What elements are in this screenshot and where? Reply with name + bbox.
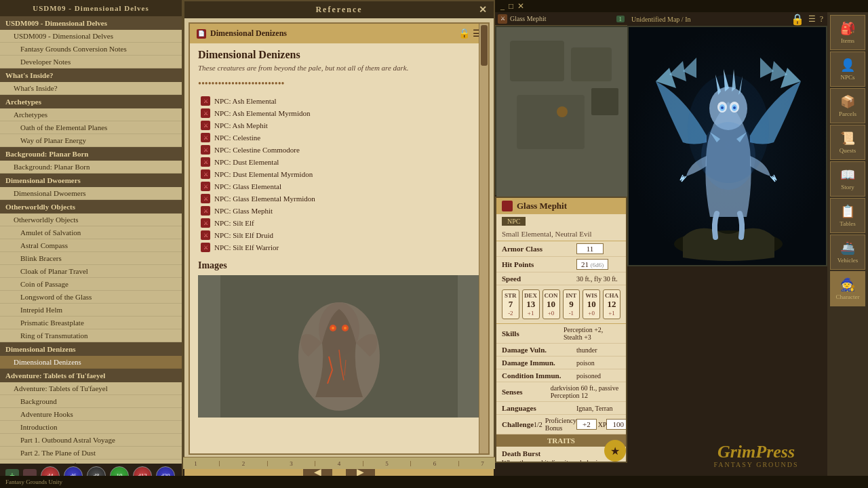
ref-scrollbar[interactable] <box>479 24 488 453</box>
tree-item[interactable]: Cloak of Planar Travel <box>0 265 182 278</box>
senses-label: Senses <box>502 388 551 396</box>
tables-label: Tables <box>840 220 855 227</box>
sidebar-vehicles-button[interactable]: 🚢 Vehicles <box>830 235 865 270</box>
npc-corner-button[interactable]: ★ <box>604 440 626 462</box>
ref-dots: •••••••••••••••••••••••••• <box>198 79 480 89</box>
tree-item[interactable]: USDM009 - Dimensional Delves <box>0 30 182 43</box>
tree-item[interactable]: Otherworldly Objects <box>0 214 182 226</box>
sidebar-npcs-button[interactable]: 👤 NPCs <box>830 52 865 87</box>
tree-section-header[interactable]: Archetypes <box>0 95 182 108</box>
tree-item[interactable]: Fantasy Grounds Conversion Notes <box>0 43 182 56</box>
tree-item[interactable]: Background: Planar Born <box>0 161 182 174</box>
sidebar-character-button[interactable]: 🧙 Character <box>830 271 865 306</box>
sidebar-items-button[interactable]: 🎒 Items <box>830 15 865 50</box>
tree-item[interactable]: Part 1. Outbound Astral Voyage <box>0 434 182 447</box>
npc-race: Small Elemental, Neutral Evil <box>496 228 626 241</box>
tree-item[interactable]: Amulet of Salvation <box>0 226 182 239</box>
armor-class-value: 11 <box>576 243 604 254</box>
challenge-label: Challenge <box>502 420 534 428</box>
vehicles-label: Vehicles <box>837 257 859 264</box>
npc-item-celestine[interactable]: ⚔ NPC: Celestine <box>198 131 480 144</box>
tree-section-header[interactable]: Dimensional Denizens <box>0 342 182 356</box>
tree-section-header[interactable]: Dimensional Dwoemers <box>0 174 182 187</box>
npc-item-dust-elemental-myrmidon[interactable]: ⚔ NPC: Dust Elemental Myrmidon <box>198 168 480 180</box>
sidebar-parcels-button[interactable]: 📦 Parcels <box>830 88 865 123</box>
tree-item[interactable]: Astral Compass <box>0 239 182 252</box>
tree-item[interactable]: Longsword of the Glass <box>0 291 182 304</box>
npc-item-glass-mephit[interactable]: ⚔ NPC: Glass Mephit <box>198 205 480 217</box>
tree-section-header[interactable]: USDM009 - Dimensional Delves <box>0 16 182 30</box>
tree-item[interactable]: Coin of Passage <box>0 278 182 291</box>
topbar-btn-close[interactable]: ✕ <box>517 1 524 12</box>
map-lock-icon[interactable]: 🔒 <box>791 13 804 26</box>
tree-item[interactable]: Part 2. The Plane of Dust <box>0 447 182 460</box>
npc-item-silt-elf[interactable]: ⚔ NPC: Silt Elf <box>198 217 480 229</box>
npc-item-ash-mephit[interactable]: ⚔ NPC: Ash Mephit <box>198 119 480 131</box>
challenge-value: 1/2 <box>534 421 542 428</box>
ref-title-text: Reference <box>315 5 362 15</box>
svg-rect-9 <box>571 47 612 81</box>
npc-item-silt-elf-druid[interactable]: ⚔ NPC: Silt Elf Druid <box>198 229 480 241</box>
map-menu-icon[interactable]: ☰ <box>808 14 816 24</box>
npc-item-ash-elemental-myrmidon[interactable]: ⚔ NPC: Ash Elemental Myrmidon <box>198 107 480 119</box>
scroll-ruler: 1 2 3 4 5 6 7 <box>183 457 495 469</box>
tree-item[interactable]: Adventure: Tablets of Tu'faeyel <box>0 382 182 395</box>
sidebar-tables-button[interactable]: 📋 Tables <box>830 198 865 233</box>
npc-item-icon: ⚔ <box>201 145 210 155</box>
speed-row: Speed 30 ft., fly 30 ft. <box>496 272 626 285</box>
damage-imm-label: Damage Immun. <box>502 359 576 367</box>
ref-doc-subtitle: These creatures are from beyond the pale… <box>198 64 480 72</box>
ref-close-button[interactable]: ✕ <box>479 4 488 16</box>
npc-stat-block: Glass Mephit NPC Small Elemental, Neutra… <box>495 197 627 463</box>
tree-item[interactable]: Background <box>0 395 182 408</box>
tree-item[interactable]: Archetypes <box>0 108 182 121</box>
tree-item[interactable]: Intrepid Helm <box>0 304 182 317</box>
tree-item[interactable]: Ring of Transmutation <box>0 329 182 342</box>
tree-item[interactable]: Adventure Hooks <box>0 408 182 421</box>
tree-item[interactable]: Dimensional Denizens <box>0 356 182 369</box>
ref-scroll-thumb[interactable] <box>481 25 488 66</box>
map-help-icon[interactable]: ? <box>820 14 823 24</box>
npc-item-celestine-commodore[interactable]: ⚔ NPC: Celestine Commodore <box>198 144 480 156</box>
ref-lock-icon[interactable]: 🔒 <box>458 28 470 39</box>
npc-item-glass-elemental[interactable]: ⚔ NPC: Glass Elemental <box>198 180 480 192</box>
npc-item-silt-elf-warrior[interactable]: ⚔ NPC: Silt Elf Warrior <box>198 241 480 253</box>
xp-value: 100 <box>606 419 627 430</box>
languages-row: Languages Ignan, Terran <box>496 402 626 415</box>
tree-item[interactable]: Dimensional Dwoemers <box>0 187 182 200</box>
npc-stat-icon <box>502 201 513 211</box>
tree-item[interactable]: Introduction <box>0 421 182 434</box>
npc-topbar-name: Glass Mephit <box>510 15 547 22</box>
tree-section-header[interactable]: Background: Planar Born <box>0 147 182 161</box>
npc-item-icon: ⚔ <box>201 182 210 191</box>
npc-item-glass-elemental-myrmidon[interactable]: ⚔ NPC: Glass Elemental Myrmidon <box>198 192 480 205</box>
npcs-icon: 👤 <box>840 58 855 73</box>
topbar-btn-fullscreen[interactable]: □ <box>509 1 513 12</box>
watermark: GrimPress FANTASY GROUNDS <box>688 435 824 476</box>
npc-item-icon: ⚔ <box>201 218 210 228</box>
npc-item-ash-elemental[interactable]: ⚔ NPC: Ash Elemental <box>198 95 480 107</box>
tree-item[interactable]: What's Inside? <box>0 82 182 95</box>
senses-row: Senses darkvision 60 ft., passive Percep… <box>496 382 626 402</box>
tree-section-header[interactable]: What's Inside? <box>0 68 182 82</box>
tree-item[interactable]: Blink Bracers <box>0 252 182 265</box>
npc-item-dust-elemental[interactable]: ⚔ NPC: Dust Elemental <box>198 156 480 168</box>
mini-map[interactable] <box>495 26 627 195</box>
tree-item[interactable]: Way of Planar Energy <box>0 134 182 147</box>
sidebar-story-button[interactable]: 📖 Story <box>830 161 865 197</box>
topbar-btn-minimize[interactable]: _ <box>500 1 505 12</box>
fantasy-grounds-label: FANTASY GROUNDS <box>713 461 798 468</box>
global-topbar: _ □ ✕ <box>495 0 868 12</box>
tree-item[interactable]: Prismatic Breastplate <box>0 317 182 329</box>
ref-inner: 📄 Dimensional Denizens 🔒 ☰ Dimensional D… <box>189 22 490 455</box>
npc-item-icon: ⚔ <box>201 243 210 252</box>
tree-section-header[interactable]: Otherworldly Objects <box>0 200 182 214</box>
sidebar-quests-button[interactable]: 📜 Quests <box>830 125 865 160</box>
ref-doc-title: Dimensional Denizens <box>210 28 287 39</box>
ability-dex: DEX 13 +1 <box>522 289 540 319</box>
npc-topbar: ⚔ Glass Mephit 1 <box>495 12 627 26</box>
npc-item-icon: ⚔ <box>201 157 210 167</box>
tree-item[interactable]: Oath of the Elemental Planes <box>0 121 182 134</box>
tree-section-header[interactable]: Adventure: Tablets of Tu'faeyel <box>0 369 182 382</box>
tree-item[interactable]: Developer Notes <box>0 56 182 68</box>
